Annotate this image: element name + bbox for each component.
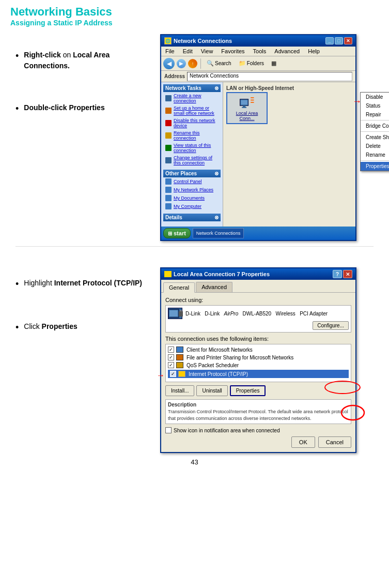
maximize-button[interactable]: □: [335, 37, 343, 44]
collapse-icon-2: ⊗: [214, 171, 219, 176]
menu-edit[interactable]: Edit: [181, 48, 195, 55]
title-bar-left: 🌐 Network Connections: [164, 37, 232, 44]
sidebar-view-status[interactable]: View status of this connection: [163, 142, 221, 154]
folders-icon: 📁: [239, 60, 246, 67]
other-places-title[interactable]: Other Places ⊗: [163, 170, 221, 177]
address-bar: Address Network Connections: [161, 71, 355, 82]
address-field[interactable]: Network Connections: [187, 72, 352, 81]
annotation-arrow-1: →: [352, 96, 362, 107]
sidebar-my-computer[interactable]: My Computer: [163, 202, 221, 210]
svg-rect-1: [241, 100, 247, 105]
context-menu: Disable Status Repair Bridge Connections…: [360, 92, 389, 171]
cb-notify[interactable]: [165, 427, 172, 433]
tcp-ip-container: Internet Protocol (TCP/IP) →: [168, 370, 349, 378]
ctx-sep-1: [361, 120, 389, 120]
sidebar-my-docs[interactable]: My Documents: [163, 194, 221, 202]
properties-button[interactable]: Properties: [230, 385, 266, 396]
taskbar-network-connections[interactable]: Network Connections: [193, 228, 244, 238]
network-tasks-title[interactable]: Network Tasks ⊗: [163, 84, 221, 92]
home-net-icon: [165, 108, 172, 114]
instruction-3: • Highlight Internet Protocol (TCP/IP): [15, 278, 150, 290]
ok-button[interactable]: OK: [291, 436, 315, 448]
close-button[interactable]: ✕: [344, 37, 352, 44]
tab-advanced[interactable]: Advanced: [196, 282, 232, 292]
dialog-title-left: Local Area Connection 7 Properties: [164, 271, 270, 277]
page-number: 43: [5, 453, 384, 471]
sidebar-change-settings[interactable]: Change settings of this connection: [163, 154, 221, 167]
adapter-svg: [168, 308, 183, 320]
menu-advanced[interactable]: Advanced: [272, 48, 302, 55]
views-button[interactable]: ▦: [269, 58, 279, 68]
uninstall-button[interactable]: Uninstall: [196, 385, 227, 396]
svg-rect-10: [180, 310, 182, 311]
menu-favorites[interactable]: Favorites: [219, 48, 246, 55]
up-button[interactable]: ↑: [188, 59, 197, 68]
toolbar: ◀ ▶ ↑ 🔍 Search 📁 Folders ▦: [161, 56, 355, 71]
notify-label: Show icon in notification area when conn…: [174, 428, 280, 433]
connection-icon: [238, 95, 256, 110]
sidebar-new-connection[interactable]: Create a new connection: [163, 92, 221, 104]
annotation-arrow-tcp: →: [157, 371, 165, 380]
ctx-properties[interactable]: Properties: [361, 162, 389, 171]
sidebar-home-network[interactable]: Set up a home or small office network: [163, 104, 221, 117]
network-connections-window: 🌐 Network Connections _ □ ✕ File Edit: [160, 34, 356, 241]
search-button[interactable]: 🔍 Search: [204, 58, 234, 68]
cb-qos[interactable]: [168, 362, 174, 368]
ctx-repair[interactable]: Repair: [361, 110, 389, 119]
connections-area: LAN or High-Speed Internet: [226, 85, 352, 124]
menu-view[interactable]: View: [199, 48, 215, 55]
connection-container: Local Area Conn... → Disable Status Repa…: [226, 92, 352, 124]
file-sharing-label: File and Printer Sharing for Microsoft N…: [186, 355, 293, 360]
dialog-body: Connect using:: [161, 293, 355, 452]
page-header: Networking Basics Assigning a Static IP …: [0, 0, 389, 29]
sidebar-control-panel[interactable]: Control Panel: [163, 177, 221, 186]
dialog-close-button[interactable]: ✕: [343, 270, 352, 278]
svg-rect-9: [179, 311, 183, 316]
cancel-button[interactable]: Cancel: [318, 436, 351, 448]
start-button[interactable]: ⊞ start: [163, 228, 191, 238]
folders-button[interactable]: 📁 Folders: [236, 58, 267, 68]
menu-file[interactable]: File: [163, 48, 177, 55]
help-button[interactable]: ?: [333, 270, 342, 278]
instruction-2: • Double-click Properties: [15, 102, 150, 115]
menu-tools[interactable]: Tools: [251, 48, 269, 55]
section-label-lan: LAN or High-Speed Internet: [226, 85, 352, 91]
tab-general[interactable]: General: [163, 282, 195, 293]
ctx-shortcut[interactable]: Create Shortcut: [361, 133, 389, 142]
ctx-bridge[interactable]: Bridge Connections: [361, 122, 389, 130]
window-icon: 🌐: [164, 37, 172, 44]
address-label: Address: [164, 73, 185, 79]
back-button[interactable]: ◀: [163, 58, 175, 69]
ctx-rename[interactable]: Rename: [361, 150, 389, 159]
menu-bar: File Edit View Favorites Tools Advanced …: [161, 47, 355, 56]
menu-help[interactable]: Help: [306, 48, 322, 55]
instruction-4: • Click Properties: [15, 321, 150, 334]
instruction-text-2: Double-click Properties: [24, 102, 104, 113]
install-button[interactable]: Install...: [165, 385, 194, 396]
ctx-status[interactable]: Status: [361, 101, 389, 110]
sidebar-rename[interactable]: Rename this connection: [163, 129, 221, 142]
bullet-1: •: [15, 51, 19, 62]
cb-file-sharing[interactable]: [168, 354, 174, 360]
ctx-delete[interactable]: Delete: [361, 142, 389, 150]
cb-tcp-ip[interactable]: [170, 371, 176, 377]
sidebar-disable[interactable]: Disable this network device: [163, 117, 221, 129]
description-text: Transmission Control Protocol/Internet P…: [168, 409, 349, 421]
ctx-disable[interactable]: Disable: [361, 93, 389, 101]
tab-bar: General Advanced: [161, 280, 355, 293]
minimize-button[interactable]: _: [325, 37, 334, 44]
configure-button[interactable]: Configure...: [313, 321, 349, 330]
cb-client[interactable]: [168, 346, 174, 353]
other-places-section: Other Places ⊗ Control Panel My Network: [163, 170, 221, 210]
adapter-icon: [168, 308, 182, 319]
instruction-text-1: Right-click on Local Area Connections.: [24, 50, 150, 71]
sidebar-my-network[interactable]: My Network Places: [163, 186, 221, 194]
window-content: Network Tasks ⊗ Create a new connection: [161, 82, 355, 227]
details-title[interactable]: Details ⊗: [163, 214, 221, 221]
search-icon: 🔍: [207, 60, 214, 67]
items-label: This connection uses the following items…: [165, 336, 351, 342]
forward-button[interactable]: ▶: [177, 59, 186, 68]
local-area-connection-item[interactable]: Local Area Conn...: [226, 92, 268, 124]
sidebar: Network Tasks ⊗ Create a new connection: [161, 82, 223, 227]
item-tcp-ip[interactable]: Internet Protocol (TCP/IP): [168, 370, 349, 378]
